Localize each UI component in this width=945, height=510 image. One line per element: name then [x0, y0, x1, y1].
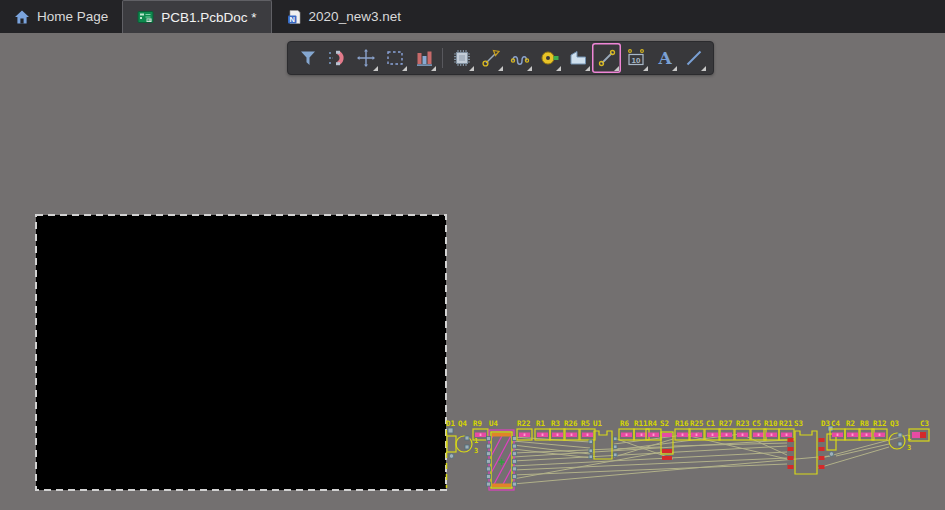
align-columns-tool-button[interactable]	[409, 43, 438, 73]
pad-gap	[786, 434, 788, 437]
dropdown-arrow-icon	[672, 66, 677, 71]
pad	[920, 432, 926, 438]
pad	[487, 475, 491, 479]
ratsnest-line	[836, 444, 889, 456]
component-designator-label: D3	[821, 419, 831, 428]
overlay-bar	[492, 484, 511, 488]
component-designator-label: R8	[860, 419, 870, 428]
component-designator-label: C5	[752, 419, 761, 428]
component-designator-label: R21	[779, 419, 793, 428]
component-designator-label: R27	[719, 419, 733, 428]
pad	[465, 445, 469, 449]
component-designator-label: U1	[593, 419, 603, 428]
svg-text:A: A	[657, 48, 672, 68]
component-C1[interactable]: C1	[705, 419, 720, 440]
pad-gap	[866, 434, 868, 437]
pad-gap	[682, 434, 684, 437]
component-designator-label: R4	[648, 419, 658, 428]
dropdown-arrow-icon	[402, 66, 407, 71]
pad	[465, 436, 469, 440]
pad	[819, 447, 825, 451]
component-R23[interactable]: R23	[735, 419, 750, 440]
dropdown-arrow-icon	[498, 66, 503, 71]
pcb-editor-canvas[interactable]: D113Q4R9U4R22R1R3R26R5U1R6R11R4S2R16R25C…	[0, 0, 945, 510]
component-designator-label: R5	[581, 419, 590, 428]
place-component-tool-button[interactable]	[447, 43, 476, 73]
pad-gap	[653, 434, 655, 437]
component-U1[interactable]: U1	[589, 419, 617, 459]
component-Q3[interactable]: 13Q3	[889, 419, 911, 452]
pad	[614, 437, 618, 441]
component-R27[interactable]: R27	[719, 419, 734, 440]
pad	[788, 465, 794, 469]
select-area-tool-button[interactable]	[380, 43, 409, 73]
filter-funnel-icon	[297, 47, 319, 69]
filter-tool-button[interactable]	[293, 43, 322, 73]
component-designator-label: R10	[764, 419, 778, 428]
ratsnest-line	[513, 441, 590, 448]
dropdown-arrow-icon	[431, 66, 436, 71]
component-R12[interactable]: R12	[872, 419, 887, 440]
component-designator-label: R9	[473, 419, 483, 428]
pad	[819, 465, 825, 469]
dropdown-arrow-icon	[527, 66, 532, 71]
dimension-tool-button[interactable]: 10	[621, 43, 650, 73]
tune-length-tool-button[interactable]	[505, 43, 534, 73]
dropdown-arrow-icon	[701, 66, 706, 71]
tab-2020-new3-net[interactable]: N 2020_new3.net	[272, 0, 415, 33]
dropdown-arrow-icon	[614, 66, 619, 71]
component-R4[interactable]: R4	[646, 419, 661, 440]
pad-gap	[879, 434, 881, 437]
pad	[589, 440, 593, 444]
pcb-doc-icon	[137, 9, 154, 25]
component-C4[interactable]: C4	[830, 419, 845, 440]
component-D1[interactable]: D1	[446, 419, 456, 458]
pad-gap	[557, 434, 559, 437]
move-tool-button[interactable]	[351, 43, 380, 73]
board-shape[interactable]	[36, 215, 446, 490]
component-R21[interactable]: R21	[779, 419, 794, 440]
svg-text:10: 10	[631, 56, 640, 65]
pad-gap	[626, 434, 628, 437]
pad	[829, 452, 834, 457]
pad-gap	[641, 434, 643, 437]
magnet-snap-tool-button[interactable]	[322, 43, 351, 73]
pad	[898, 442, 902, 446]
pad-gap	[542, 434, 544, 437]
component-R6[interactable]: R6	[619, 419, 634, 440]
place-text-tool-button[interactable]: A	[650, 43, 679, 73]
component-R25[interactable]: R25	[689, 419, 704, 440]
interactive-track-tool-button[interactable]	[592, 43, 621, 73]
pad-gap	[771, 434, 773, 437]
component-S3[interactable]: S3	[788, 419, 825, 474]
component-designator-label: Q3	[890, 419, 900, 428]
pad-gap	[837, 434, 839, 437]
tab-pcb1-pcbdoc[interactable]: PCB1.PcbDoc *	[122, 0, 271, 33]
tab-label: Home Page	[37, 9, 108, 24]
pad	[487, 467, 491, 471]
component-R26[interactable]: R26	[564, 419, 579, 440]
pad	[487, 437, 491, 441]
route-track-tool-button[interactable]	[476, 43, 505, 73]
component-C3[interactable]: C3	[909, 419, 930, 441]
tab-label: PCB1.PcbDoc *	[161, 10, 256, 25]
component-R9[interactable]: R9	[473, 419, 488, 440]
component-designator-label: R12	[873, 419, 887, 428]
pad	[898, 433, 902, 437]
place-via-tool-button[interactable]	[534, 43, 563, 73]
component-designator-label: R3	[551, 419, 561, 428]
dropdown-arrow-icon	[469, 66, 474, 71]
pad	[614, 453, 618, 457]
component-R3[interactable]: R3	[550, 419, 565, 440]
pad	[912, 432, 920, 438]
pad	[513, 437, 517, 441]
pad	[513, 452, 517, 456]
place-polygon-tool-button[interactable]	[563, 43, 592, 73]
component-R2[interactable]: R2	[845, 419, 860, 440]
component-R22[interactable]: R22	[517, 419, 532, 440]
component-R10[interactable]: R10	[764, 419, 779, 440]
component-R1[interactable]: R1	[535, 419, 550, 440]
component-R16[interactable]: R16	[675, 419, 690, 440]
place-line-tool-button[interactable]	[679, 43, 708, 73]
tab-home-page[interactable]: Home Page	[0, 0, 122, 33]
